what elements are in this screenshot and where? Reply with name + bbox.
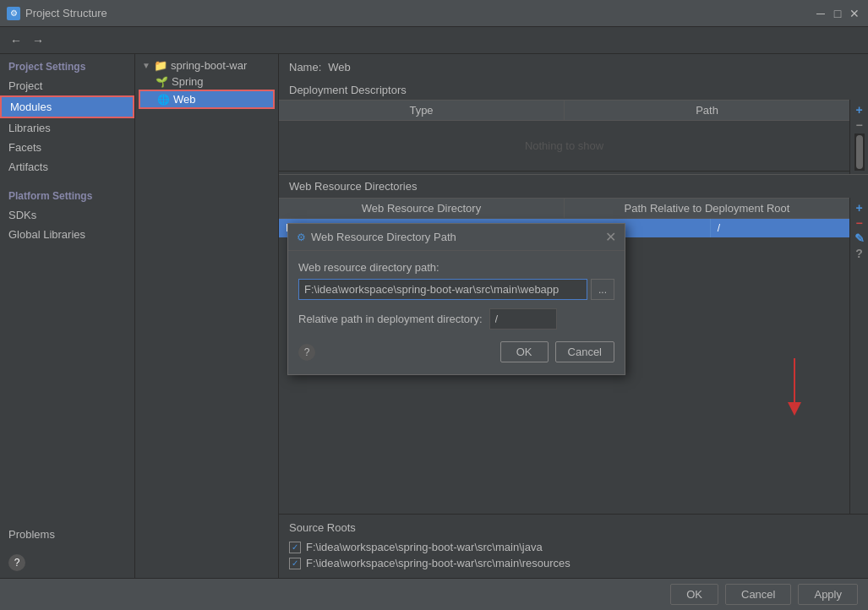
cancel-button[interactable]: Cancel: [725, 584, 791, 605]
path-column-header: Path: [565, 101, 849, 120]
dialog-web-resource-label: Web resource directory path:: [298, 261, 614, 274]
sidebar-item-global-libraries-label: Global Libraries: [8, 228, 85, 241]
sidebar-item-libraries-label: Libraries: [8, 122, 51, 134]
add-descriptor-button[interactable]: +: [853, 103, 866, 117]
table-header: Type Path: [279, 100, 849, 121]
edit-wr-button[interactable]: ✎: [853, 231, 866, 245]
java-checkbox[interactable]: ✓: [289, 542, 301, 553]
source-roots-title: Source Roots: [289, 521, 858, 534]
dialog-relative-path-row: Relative path in deployment directory:: [298, 308, 614, 330]
tree-item-spring-boot-war[interactable]: ▼ 📁 spring-boot-war: [139, 57, 275, 74]
deployment-descriptors-title: Deployment Descriptors: [279, 80, 868, 100]
deployment-side-actions: + −: [849, 100, 868, 174]
sidebar-item-project[interactable]: Project: [0, 76, 134, 95]
dialog-input-row: ...: [298, 279, 614, 300]
toolbar: ← →: [0, 27, 868, 54]
dialog-web-resource: ⚙ Web Resource Directory Path ✕ Web reso…: [287, 223, 625, 375]
dialog-icon: ⚙: [297, 231, 306, 243]
resources-path: F:\idea\workspace\spring-boot-war\src\ma…: [306, 557, 570, 569]
wr-directory-header: Web Resource Directory: [279, 199, 565, 218]
platform-settings-title: Platform Settings: [0, 183, 134, 205]
sidebar-problems-label: Problems: [8, 528, 55, 541]
wr-title: Web Resource Directories: [279, 174, 868, 198]
ok-button[interactable]: OK: [670, 584, 718, 605]
dialog-cancel-button[interactable]: Cancel: [555, 341, 614, 362]
title-bar: ⚙ Project Structure ─ □ ✕: [0, 0, 868, 27]
spring-icon: 🌱: [156, 76, 168, 88]
java-path: F:\idea\workspace\spring-boot-war\src\ma…: [306, 541, 543, 553]
dialog-help-button[interactable]: ?: [298, 344, 315, 361]
close-button[interactable]: ✕: [848, 7, 861, 20]
sidebar-item-modules-label: Modules: [10, 101, 52, 113]
forward-button[interactable]: →: [29, 31, 47, 50]
scrollbar-thumb[interactable]: [856, 135, 863, 169]
apply-button[interactable]: Apply: [798, 584, 858, 605]
name-label: Name:: [289, 61, 321, 74]
folder-icon: 📁: [154, 59, 167, 72]
dialog-close-button[interactable]: ✕: [605, 229, 616, 245]
right-panel: Name: Web Deployment Descriptors Type Pa…: [279, 54, 868, 578]
table-body-empty: Nothing to show: [279, 121, 849, 172]
dialog-footer: ? OK Cancel: [298, 338, 614, 364]
sidebar-item-artifacts[interactable]: Artifacts: [0, 157, 134, 177]
web-icon: 🌐: [157, 94, 170, 106]
sidebar-item-modules[interactable]: Modules: [0, 95, 134, 118]
question-wr-button[interactable]: ?: [853, 247, 866, 260]
add-wr-button[interactable]: +: [853, 201, 866, 215]
scrollbar: [854, 133, 865, 171]
sidebar-divider: [0, 177, 134, 183]
tree-web-label: Web: [173, 93, 196, 106]
nothing-text: Nothing to show: [525, 139, 603, 152]
dialog-relative-path-input[interactable]: [489, 308, 557, 330]
help-button-sidebar[interactable]: ?: [8, 554, 25, 571]
window-controls: ─ □ ✕: [814, 7, 861, 20]
dialog-title-bar: ⚙ Web Resource Directory Path ✕: [288, 224, 625, 251]
tree-item-label: spring-boot-war: [171, 59, 247, 72]
sidebar-item-artifacts-label: Artifacts: [8, 161, 48, 173]
minimize-button[interactable]: ─: [814, 7, 827, 20]
dialog-title-text: ⚙ Web Resource Directory Path: [297, 231, 456, 243]
sidebar-item-sdks[interactable]: SDKs: [0, 205, 134, 225]
source-roots-section: Source Roots ✓ F:\idea\workspace\spring-…: [279, 514, 868, 578]
tree-expand-icon: ▼: [142, 61, 150, 70]
tree-item-web[interactable]: 🌐 Web: [139, 90, 275, 109]
project-settings-title: Project Settings: [0, 54, 134, 76]
resources-checkbox[interactable]: ✓: [289, 558, 301, 569]
dialog-body: Web resource directory path: ... Relativ…: [288, 251, 625, 374]
bottom-bar: OK Cancel Apply: [0, 578, 868, 610]
back-button[interactable]: ←: [7, 31, 25, 50]
source-root-resources: ✓ F:\idea\workspace\spring-boot-war\src\…: [289, 555, 858, 571]
wr-side-actions: + − ✎ ?: [849, 198, 868, 514]
dialog-web-resource-input[interactable]: [298, 279, 587, 300]
dialog-browse-button[interactable]: ...: [591, 279, 614, 300]
source-root-java: ✓ F:\idea\workspace\spring-boot-war\src\…: [289, 539, 858, 555]
sidebar-item-libraries[interactable]: Libraries: [0, 118, 134, 138]
sidebar-item-facets-label: Facets: [8, 141, 41, 154]
sidebar-item-global-libraries[interactable]: Global Libraries: [0, 225, 134, 244]
deployment-panel: Type Path Nothing to show + −: [279, 100, 868, 174]
remove-wr-button[interactable]: −: [853, 216, 866, 230]
sidebar-item-facets[interactable]: Facets: [0, 138, 134, 157]
sidebar-item-project-label: Project: [8, 79, 42, 92]
deployment-table: Type Path Nothing to show: [279, 100, 849, 174]
wr-path-cell: /: [711, 219, 849, 237]
window-title: Project Structure: [25, 7, 814, 19]
tree-panel: ▼ 📁 spring-boot-war 🌱 Spring 🌐 Web: [135, 54, 279, 578]
dialog-relative-path-label: Relative path in deployment directory:: [298, 313, 483, 325]
name-value: Web: [328, 61, 351, 74]
type-column-header: Type: [279, 101, 565, 120]
remove-descriptor-button[interactable]: −: [853, 118, 866, 132]
main-content: Project Settings Project Modules Librari…: [0, 54, 868, 578]
sidebar: Project Settings Project Modules Librari…: [0, 54, 135, 578]
tree-spring-label: Spring: [172, 75, 204, 88]
tree-item-spring[interactable]: 🌱 Spring: [139, 74, 275, 90]
name-row: Name: Web: [279, 54, 868, 80]
dialog-ok-button[interactable]: OK: [500, 341, 549, 362]
maximize-button[interactable]: □: [831, 7, 844, 20]
app-icon: ⚙: [7, 7, 20, 20]
sidebar-problems[interactable]: Problems: [0, 521, 134, 547]
project-structure-window: ⚙ Project Structure ─ □ ✕ ← → Project Se…: [0, 0, 868, 610]
dialog-title-label: Web Resource Directory Path: [311, 231, 456, 243]
wr-path-header: Path Relative to Deployment Root: [565, 199, 849, 218]
sidebar-item-sdks-label: SDKs: [8, 209, 36, 221]
